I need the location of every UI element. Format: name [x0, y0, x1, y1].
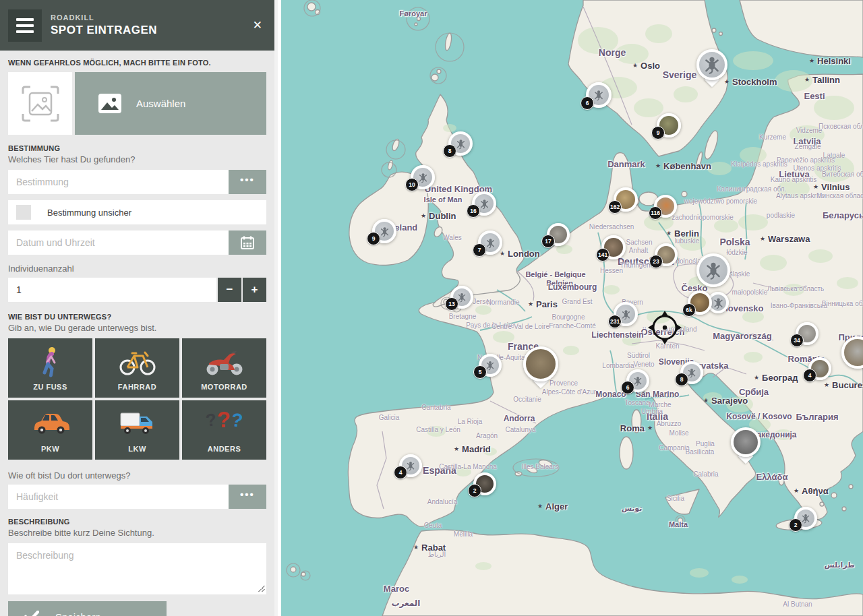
- unsure-checkbox-row[interactable]: Bestimmung unsicher: [8, 200, 266, 224]
- map-spot-pin[interactable]: [731, 427, 761, 457]
- animal-silhouette-icon: [696, 253, 730, 287]
- transport-option-other[interactable]: ??? ANDERS: [182, 400, 266, 460]
- cluster-count-badge: 8: [443, 144, 456, 158]
- pedestrian-icon: [8, 345, 92, 379]
- choose-photo-button[interactable]: Auswählen: [75, 72, 266, 135]
- cluster-count-badge: 7: [473, 243, 486, 257]
- map-cluster-marker[interactable]: 8: [448, 131, 473, 156]
- close-icon[interactable]: ✕: [250, 16, 265, 35]
- car-icon: [8, 407, 92, 437]
- cluster-count-badge: 6: [581, 96, 594, 110]
- save-label: Speichern: [55, 611, 101, 616]
- spot-entry-panel: ROADKILL SPOT EINTRAGEN ✕ WENN GEFAHRLOS…: [0, 0, 278, 616]
- animal-silhouette-icon: [696, 49, 727, 80]
- map-cluster-marker[interactable]: 4: [808, 357, 831, 380]
- cluster-count-badge: 4: [394, 466, 407, 479]
- cluster-count-badge: 2: [468, 484, 481, 497]
- map-cluster-marker[interactable]: 9: [372, 219, 396, 243]
- map-cluster-marker[interactable]: 6k: [688, 290, 712, 315]
- cluster-count-badge: 162: [608, 200, 622, 214]
- photo-preview-placeholder[interactable]: [8, 72, 72, 135]
- sighting-photo-thumbnail: [731, 427, 761, 457]
- map-cluster-marker[interactable]: 2: [794, 507, 817, 530]
- individuals-input[interactable]: [8, 278, 216, 302]
- transport-label-bike: FAHRRAD: [118, 383, 156, 391]
- cluster-count-badge: 16: [467, 204, 480, 218]
- transport-label-car: PKW: [41, 445, 59, 453]
- bestimmung-question: Welches Tier hast Du gefunden?: [8, 154, 266, 164]
- map-cluster-marker[interactable]: 9: [657, 113, 681, 137]
- transport-sub: Gib an, wie Du gerade unterwegs bist.: [8, 323, 266, 333]
- map-cluster-marker[interactable]: 116: [654, 195, 677, 218]
- map-cluster-marker[interactable]: 7: [478, 230, 502, 255]
- cluster-count-badge: 13: [445, 297, 458, 311]
- sighting-photo-thumbnail: [841, 336, 863, 369]
- transport-label-motorcycle: MOTORRAD: [201, 383, 247, 391]
- location-compass-icon[interactable]: [647, 310, 682, 345]
- calendar-button[interactable]: [229, 230, 266, 255]
- transport-label-walk: ZU FUSS: [33, 383, 67, 391]
- map-cluster-marker[interactable]: [841, 336, 863, 369]
- cluster-count-badge: 4: [803, 369, 816, 382]
- map-cluster-marker[interactable]: 23: [655, 243, 678, 266]
- description-textarea[interactable]: [8, 543, 266, 594]
- map-spot-pin[interactable]: [696, 49, 727, 80]
- transport-option-truck[interactable]: LKW: [95, 400, 179, 460]
- transport-option-bike[interactable]: FAHRRAD: [95, 338, 179, 398]
- map-markers: 69 8 10 16 7 91716211614123: [281, 0, 863, 616]
- cluster-count-badge: 116: [649, 206, 662, 220]
- truck-icon: [95, 407, 179, 437]
- bestimmung-options-button[interactable]: •••: [229, 170, 266, 194]
- map-cluster-marker[interactable]: 8: [680, 361, 703, 384]
- transport-label-other: ANDERS: [208, 445, 241, 453]
- bestimmung-heading: BESTIMMUNG: [8, 144, 266, 152]
- transport-option-motorcycle[interactable]: MOTORRAD: [182, 338, 266, 398]
- map-cluster-marker[interactable]: 34: [796, 322, 819, 345]
- map-cluster-marker[interactable]: 10: [411, 165, 435, 189]
- transport-heading: WIE BIST DU UNTERWEGS?: [8, 313, 266, 321]
- calendar-icon: [240, 235, 255, 250]
- map-cluster-marker[interactable]: 6: [586, 82, 612, 108]
- map-cluster-marker[interactable]: 13: [450, 286, 473, 309]
- cluster-count-badge: 9: [367, 232, 380, 245]
- frequency-options-button[interactable]: •••: [229, 485, 266, 509]
- cluster-count-badge: 10: [405, 178, 419, 191]
- transport-option-car[interactable]: PKW: [8, 400, 92, 460]
- cluster-count-badge: 6: [621, 381, 634, 394]
- transport-label-truck: LKW: [128, 445, 146, 453]
- cluster-count-badge: 34: [790, 334, 804, 347]
- photo-section-label: WENN GEFAHRLOS MÖGLICH, MACH BITTE EIN F…: [8, 59, 266, 67]
- cluster-count-badge: 2: [789, 518, 802, 532]
- description-heading: BESCHREIBUNG: [8, 518, 266, 526]
- menu-icon[interactable]: [8, 9, 42, 42]
- transport-option-walk[interactable]: ZU FUSS: [8, 338, 92, 398]
- map-cluster-marker[interactable]: 231: [614, 302, 638, 326]
- unsure-checkbox[interactable]: [16, 205, 31, 220]
- map-spot-pin[interactable]: [523, 346, 558, 381]
- map-cluster-marker[interactable]: 17: [547, 223, 570, 246]
- bestimmung-input[interactable]: [8, 170, 229, 194]
- map-cluster-marker[interactable]: 6: [626, 369, 649, 392]
- map-cluster-marker[interactable]: 2: [473, 472, 496, 495]
- decrement-button[interactable]: −: [218, 278, 241, 302]
- map-cluster-marker[interactable]: 5: [479, 354, 502, 377]
- map-cluster-marker[interactable]: 141: [601, 235, 626, 259]
- save-button[interactable]: Speichern: [8, 601, 167, 616]
- europe-map[interactable]: FøroyarNorgeSverigeDanmarkEestiLatvijaLi…: [281, 0, 863, 616]
- choose-photo-label: Auswählen: [136, 98, 185, 109]
- cluster-count-badge: 6k: [682, 303, 696, 317]
- map-cluster-marker[interactable]: 4: [399, 454, 422, 477]
- app-name: ROADKILL: [51, 13, 250, 22]
- increment-button[interactable]: +: [243, 278, 266, 302]
- map-cluster-marker[interactable]: 16: [472, 191, 496, 216]
- textarea-resize-handle[interactable]: [258, 585, 265, 592]
- motorcycle-icon: [182, 345, 266, 379]
- check-icon: [24, 611, 39, 616]
- frequency-input[interactable]: [8, 485, 229, 509]
- datetime-input[interactable]: [8, 230, 229, 255]
- bicycle-icon: [95, 345, 179, 379]
- map-cluster-marker[interactable]: [696, 253, 730, 287]
- map-cluster-marker[interactable]: 162: [614, 187, 638, 212]
- cluster-count-badge: 23: [649, 255, 663, 268]
- description-sub: Beschreibe bitte kurz Deine Sichtung.: [8, 528, 266, 538]
